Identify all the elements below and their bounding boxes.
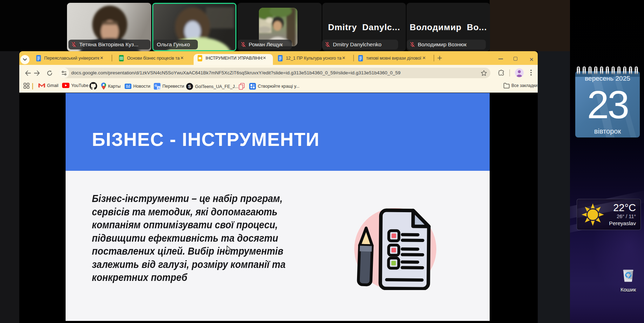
- svg-text:вересень 2025: вересень 2025: [585, 75, 630, 82]
- svg-text:G: G: [155, 84, 157, 87]
- svg-text:S: S: [188, 84, 191, 89]
- svg-text:23: 23: [587, 83, 628, 127]
- svg-text:A: A: [158, 87, 160, 90]
- svg-text:вівторок: вівторок: [594, 127, 621, 135]
